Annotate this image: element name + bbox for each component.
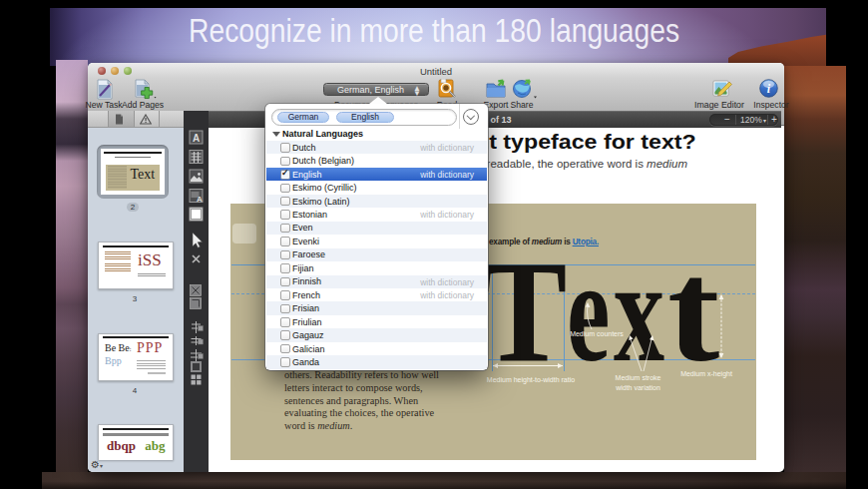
svg-text:A: A — [197, 195, 203, 204]
svg-text:A: A — [193, 133, 200, 144]
